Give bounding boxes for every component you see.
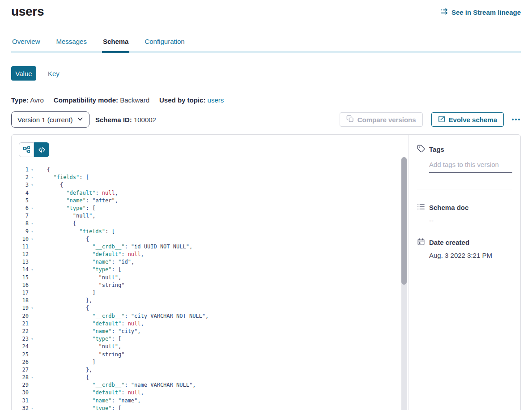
code-text: "type": [ [36, 266, 121, 273]
fold-arrow-icon[interactable]: ▾ [29, 405, 36, 410]
fold-arrow-icon[interactable]: ▾ [29, 181, 36, 189]
fold-arrow-icon[interactable]: ▾ [29, 235, 36, 243]
line-number: 1 [12, 166, 29, 174]
code-text: "default": null, [36, 189, 118, 197]
page-title: users [11, 4, 44, 19]
tab-overview[interactable]: Overview [11, 38, 41, 53]
code-text: ] [36, 289, 95, 297]
topic-link[interactable]: users [208, 96, 224, 104]
code-line: 4 "default": null, [12, 189, 409, 197]
compare-versions-button[interactable]: Compare versions [340, 112, 423, 127]
code-line: 18 }, [12, 297, 409, 304]
version-controls-row: Version 1 (current) Schema ID: 100002 Co… [11, 111, 521, 128]
code-line: 24 "null", [12, 343, 409, 350]
code-line: 23▾ "type": [ [12, 335, 409, 343]
line-number: 6 [12, 205, 29, 212]
stream-lineage-icon [440, 8, 448, 16]
version-select[interactable]: Version 1 (current) [11, 111, 89, 128]
fold-arrow-icon[interactable]: ▾ [29, 335, 36, 343]
fold-gutter [29, 351, 36, 359]
see-in-stream-lineage-link[interactable]: See in Stream lineage [440, 8, 521, 16]
code-view-button[interactable] [34, 142, 49, 157]
line-number: 8 [12, 220, 29, 227]
tab-messages[interactable]: Messages [55, 38, 88, 53]
schema-editor: 1▾{2▾ "fields": [3▾ {4 "default": null,5… [12, 135, 409, 410]
tree-view-button[interactable] [19, 142, 34, 157]
code-lines[interactable]: 1▾{2▾ "fields": [3▾ {4 "default": null,5… [12, 166, 409, 410]
code-text: { [36, 374, 89, 381]
tab-bar: OverviewMessagesSchemaConfiguration [11, 38, 521, 53]
date-created-title: Date created [429, 239, 469, 246]
editor-toolbar [12, 135, 409, 157]
line-number: 29 [12, 381, 29, 389]
code-text: { [36, 304, 89, 312]
fold-gutter [29, 282, 36, 289]
code-text: { [36, 181, 63, 189]
schema-panel: 1▾{2▾ "fields": [3▾ {4 "default": null,5… [11, 134, 521, 410]
code-line: 29 "__crdb__": "name VARCHAR NULL", [12, 381, 409, 389]
fold-arrow-icon[interactable]: ▾ [29, 266, 36, 273]
code-line: 12 "default": null, [12, 251, 409, 258]
line-number: 2 [12, 174, 29, 181]
code-text: "name": "id", [36, 258, 134, 266]
code-line: 17 ] [12, 289, 409, 297]
line-number: 27 [12, 366, 29, 374]
tab-schema[interactable]: Schema [102, 38, 130, 53]
tab-configuration[interactable]: Configuration [144, 38, 185, 53]
key-tab-button[interactable]: Key [48, 70, 60, 77]
fold-gutter [29, 359, 36, 366]
editor-scrollbar[interactable] [401, 157, 407, 410]
code-line: 11 "__crdb__": "id UUID NOT NULL", [12, 243, 409, 251]
fold-arrow-icon[interactable]: ▾ [29, 304, 36, 312]
code-line: 30 "default": null, [12, 389, 409, 397]
line-number: 24 [12, 343, 29, 350]
fold-gutter [29, 251, 36, 258]
line-number: 10 [12, 235, 29, 243]
code-line: 21 "default": null, [12, 320, 409, 328]
line-number: 25 [12, 351, 29, 359]
tags-title: Tags [429, 145, 444, 153]
code-line: 2▾ "fields": [ [12, 174, 409, 181]
fold-arrow-icon[interactable]: ▾ [29, 205, 36, 212]
code-text: { [36, 220, 76, 227]
code-line: 3▾ { [12, 181, 409, 189]
fold-gutter [29, 274, 36, 282]
code-line: 6▾ "type": [ [12, 205, 409, 212]
fold-arrow-icon[interactable]: ▾ [29, 374, 36, 381]
fold-arrow-icon[interactable]: ▾ [29, 228, 36, 235]
code-text: "null", [36, 274, 121, 282]
code-text: "__crdb__": "name VARCHAR NULL", [36, 381, 196, 389]
code-line: 8▾ { [12, 220, 409, 227]
fold-gutter [29, 289, 36, 297]
line-number: 12 [12, 251, 29, 258]
schema-doc-value: -- [429, 217, 512, 224]
more-actions-button[interactable] [511, 116, 521, 123]
line-number: 3 [12, 181, 29, 189]
code-text: "string" [36, 351, 124, 359]
line-number: 23 [12, 335, 29, 343]
line-number: 5 [12, 197, 29, 205]
schema-sidebar: Tags Schema doc -- [409, 135, 520, 410]
sidebar-divider [417, 189, 512, 189]
value-tab-button[interactable]: Value [11, 66, 36, 81]
evolve-schema-button[interactable]: Evolve schema [431, 112, 504, 127]
tag-icon [417, 145, 425, 154]
add-tags-input[interactable] [429, 160, 512, 173]
scrollbar-thumb[interactable] [401, 157, 407, 285]
code-text: }, [36, 297, 92, 304]
line-number: 7 [12, 212, 29, 220]
view-mode-toggle [19, 142, 49, 157]
fold-arrow-icon[interactable]: ▾ [29, 220, 36, 227]
schema-doc-header: Schema doc [417, 203, 512, 212]
date-created-section: Date created Aug. 3 2022 3:21 PM [417, 238, 512, 259]
value-key-toggle: Value Key [11, 66, 521, 81]
line-number: 30 [12, 389, 29, 397]
code-line: 7 "null", [12, 212, 409, 220]
fold-arrow-icon[interactable]: ▾ [29, 166, 36, 174]
line-number: 15 [12, 274, 29, 282]
fold-gutter [29, 397, 36, 405]
line-number: 13 [12, 258, 29, 266]
fold-arrow-icon[interactable]: ▾ [29, 174, 36, 181]
code-line: 14▾ "type": [ [12, 266, 409, 273]
line-number: 26 [12, 359, 29, 366]
